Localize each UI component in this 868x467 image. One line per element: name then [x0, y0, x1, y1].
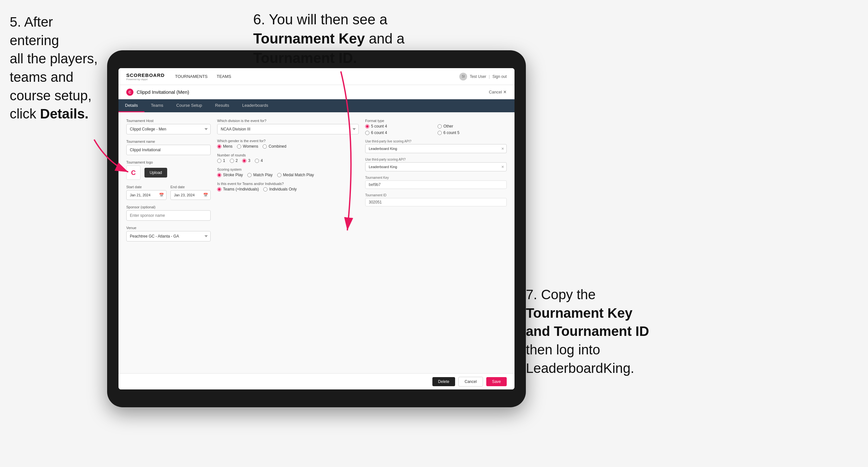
- venue-section: Venue Peachtree GC - Atlanta - GA: [126, 226, 211, 242]
- api1-label: Use third-party live scoring API?: [365, 139, 507, 143]
- gender-combined-radio[interactable]: [262, 145, 267, 149]
- api1-input[interactable]: [365, 144, 507, 153]
- rounds-1[interactable]: 1: [217, 158, 225, 163]
- cancel-button-footer[interactable]: Cancel: [458, 377, 483, 386]
- venue-label: Venue: [126, 226, 211, 230]
- api2-section: Use third-party scoring API? ✕: [365, 158, 507, 172]
- rounds-2[interactable]: 2: [230, 158, 238, 163]
- format-6count4[interactable]: 6 count 4: [365, 130, 434, 135]
- annotation-left: 5. After enteringall the players,teams a…: [10, 13, 101, 123]
- tab-course-setup[interactable]: Course Setup: [170, 99, 209, 112]
- logo-section: Tournament logo C Upload: [126, 160, 211, 180]
- scoring-medal-radio[interactable]: [277, 173, 281, 177]
- date-row: Start date 📅 End date 📅: [126, 185, 211, 200]
- gender-womens-radio[interactable]: [237, 145, 241, 149]
- format-other[interactable]: Other: [438, 124, 507, 128]
- sign-out-link[interactable]: Sign out: [492, 74, 507, 79]
- rounds-label: Number of rounds: [217, 153, 359, 157]
- middle-column: Which division is the event for? NCAA Di…: [217, 119, 359, 242]
- scoring-section: Scoring system Stroke Play Match Play: [217, 167, 359, 177]
- save-button[interactable]: Save: [486, 377, 507, 386]
- venue-select[interactable]: Peachtree GC - Atlanta - GA: [126, 231, 211, 242]
- name-section: Tournament name: [126, 139, 211, 155]
- brand-logo: SCOREBOARD Powered by clippd: [126, 72, 164, 81]
- rounds-1-radio[interactable]: [217, 159, 221, 163]
- top-nav: SCOREBOARD Powered by clippd TOURNAMENTS…: [119, 68, 515, 85]
- sponsor-section: Sponsor (optional): [126, 205, 211, 221]
- format-6c5-radio[interactable]: [438, 131, 442, 135]
- form-grid: Tournament Host Clippd College - Men Tou…: [126, 119, 507, 242]
- rounds-4[interactable]: 4: [255, 158, 263, 163]
- gender-radio-group: Mens Womens Combined: [217, 144, 359, 149]
- teams-plus-individuals[interactable]: Teams (+Individuals): [217, 187, 259, 191]
- format-radio-group: 5 count 4 Other 6 count 4: [365, 124, 507, 135]
- host-select[interactable]: Clippd College - Men: [126, 124, 211, 134]
- rounds-4-radio[interactable]: [255, 159, 259, 163]
- api1-clear-icon[interactable]: ✕: [501, 147, 504, 151]
- rounds-radio-group: 1 2 3 4: [217, 158, 359, 163]
- user-name: Test User: [470, 74, 486, 79]
- annotation-top-right: 6. You will then see aTournament Key and…: [253, 10, 474, 67]
- gender-section: Which gender is the event for? Mens Wome…: [217, 139, 359, 149]
- teams-plus-radio[interactable]: [217, 187, 221, 191]
- cancel-button[interactable]: Cancel ✕: [489, 90, 507, 94]
- gender-combined[interactable]: Combined: [262, 144, 286, 149]
- scoring-radio-group: Stroke Play Match Play Medal Match Play: [217, 173, 359, 177]
- rounds-section: Number of rounds 1 2: [217, 153, 359, 163]
- rounds-2-radio[interactable]: [230, 159, 234, 163]
- delete-button[interactable]: Delete: [432, 377, 456, 386]
- scoring-stroke[interactable]: Stroke Play: [217, 173, 243, 177]
- scoring-stroke-radio[interactable]: [217, 173, 221, 177]
- logo-row: C Upload: [126, 165, 211, 180]
- rounds-3[interactable]: 3: [242, 158, 250, 163]
- format-5c4-radio[interactable]: [365, 124, 369, 128]
- format-other-radio[interactable]: [438, 124, 442, 128]
- tournament-id-value: 302051: [365, 198, 507, 207]
- tab-results[interactable]: Results: [209, 99, 236, 112]
- sponsor-input[interactable]: [126, 210, 211, 221]
- footer-bar: Delete Cancel Save: [119, 373, 515, 390]
- gender-mens[interactable]: Mens: [217, 144, 232, 149]
- start-date-wrapper: 📅: [126, 190, 166, 200]
- nav-tournaments[interactable]: TOURNAMENTS: [175, 73, 208, 80]
- nav-links: TOURNAMENTS TEAMS: [175, 73, 231, 80]
- rounds-3-radio[interactable]: [242, 159, 246, 163]
- tab-teams[interactable]: Teams: [145, 99, 170, 112]
- gender-mens-radio[interactable]: [217, 145, 221, 149]
- individuals-only[interactable]: Individuals Only: [263, 187, 297, 191]
- api2-clear-icon[interactable]: ✕: [501, 165, 504, 169]
- format-label: Format type: [365, 119, 507, 123]
- upload-button[interactable]: Upload: [145, 168, 167, 178]
- division-select[interactable]: NCAA Division III: [217, 124, 359, 134]
- nav-right: SI Test User | Sign out: [459, 73, 507, 81]
- scoring-match-radio[interactable]: [247, 173, 252, 177]
- logo-label: Tournament logo: [126, 160, 211, 164]
- format-section: Format type 5 count 4 Other: [365, 119, 507, 135]
- gender-label: Which gender is the event for?: [217, 139, 359, 143]
- end-label: End date: [170, 185, 211, 189]
- gender-mens-label: Mens: [223, 144, 232, 149]
- api2-input[interactable]: [365, 162, 507, 172]
- scoring-match[interactable]: Match Play: [247, 173, 272, 177]
- gender-womens[interactable]: Womens: [237, 144, 258, 149]
- format-6count5[interactable]: 6 count 5: [438, 130, 507, 135]
- calendar-icon-end: 📅: [203, 193, 208, 197]
- api2-label: Use third-party scoring API?: [365, 158, 507, 161]
- scoring-medal-match[interactable]: Medal Match Play: [277, 173, 314, 177]
- name-label: Tournament name: [126, 139, 211, 144]
- format-5count4[interactable]: 5 count 4: [365, 124, 434, 128]
- api2-field: ✕: [365, 162, 507, 172]
- host-section: Tournament Host Clippd College - Men: [126, 119, 211, 134]
- tournament-key-value: bef9b7: [365, 181, 507, 189]
- nav-teams[interactable]: TEAMS: [217, 73, 231, 80]
- tournament-key-label: Tournament Key: [365, 176, 507, 180]
- individuals-only-radio[interactable]: [263, 187, 268, 191]
- format-6c4-radio[interactable]: [365, 131, 369, 135]
- tab-leaderboards[interactable]: Leaderboards: [236, 99, 275, 112]
- main-content: Tournament Host Clippd College - Men Tou…: [119, 112, 515, 373]
- sponsor-label: Sponsor (optional): [126, 205, 211, 209]
- logo-preview: C: [126, 165, 141, 180]
- name-input[interactable]: [126, 145, 211, 155]
- tournament-id-label: Tournament ID: [365, 193, 507, 197]
- tab-details[interactable]: Details: [119, 99, 145, 112]
